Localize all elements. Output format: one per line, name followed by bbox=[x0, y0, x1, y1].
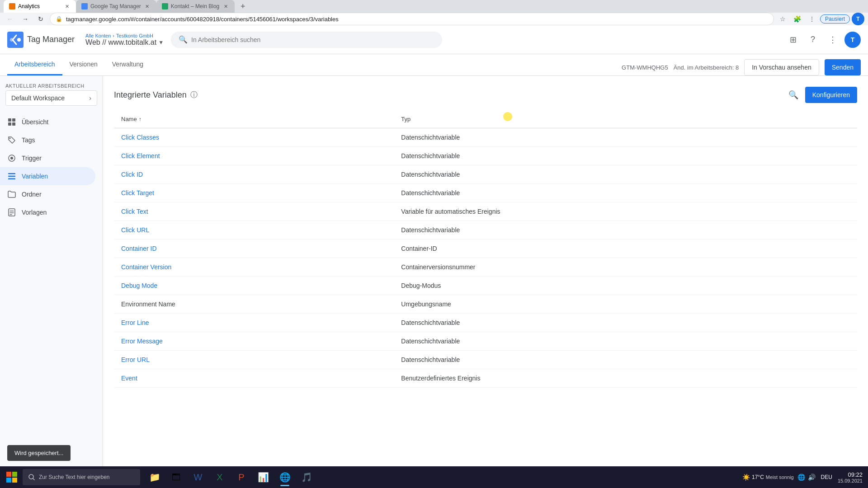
nav-item-verwaltung[interactable]: Verwaltung bbox=[105, 54, 151, 75]
tab-close-kontakt[interactable]: ✕ bbox=[222, 3, 229, 10]
table-row: Container IDContainer-ID bbox=[114, 239, 857, 258]
help-button[interactable]: ? bbox=[805, 32, 821, 48]
variable-type-cell: Datenschichtvariable bbox=[394, 351, 857, 369]
breadcrumb-all-accounts[interactable]: Alle Konten bbox=[85, 33, 111, 38]
save-notification: Wird gespeichert... bbox=[7, 445, 71, 461]
variable-type-cell: Variable für automatisches Ereignis bbox=[394, 202, 857, 221]
gtm-container-selector[interactable]: Web // www.tobitalk.at ▼ bbox=[85, 38, 164, 47]
excel-icon: X bbox=[217, 472, 222, 483]
submit-button[interactable]: Senden bbox=[825, 59, 861, 75]
taskbar-app-ms365[interactable]: 📊 bbox=[253, 467, 273, 487]
browser-tab-kontakt[interactable]: Kontakt – Mein Blog ✕ bbox=[156, 0, 235, 13]
variable-name-cell[interactable]: Error Message bbox=[114, 332, 394, 351]
table-row: Click ClassesDatenschichtvariable bbox=[114, 128, 857, 147]
tab-close-gtm[interactable]: ✕ bbox=[144, 3, 151, 10]
back-button[interactable]: ← bbox=[4, 13, 16, 25]
taskbar-app-taskview[interactable]: 🗔 bbox=[166, 467, 186, 487]
taskbar-status-icons: 🌐 🔊 bbox=[797, 474, 816, 481]
taskbar-clock: 09:22 15.09.2021 bbox=[838, 471, 863, 483]
variable-name-cell[interactable]: Container Version bbox=[114, 258, 394, 277]
search-variables-button[interactable]: 🔍 bbox=[785, 87, 802, 103]
taskbar-search-placeholder: Zur Suche Text hier eingeben bbox=[39, 474, 110, 480]
variable-name-cell[interactable]: Click ID bbox=[114, 165, 394, 184]
apps-button[interactable]: ⊞ bbox=[785, 32, 801, 48]
gtm-search: 🔍 bbox=[171, 32, 442, 48]
breadcrumb-account-name[interactable]: Testkonto GmbH bbox=[116, 33, 153, 38]
variable-name-cell[interactable]: Error URL bbox=[114, 351, 394, 369]
sidebar-item-label-variablen: Variablen bbox=[22, 173, 48, 180]
url-display: tagmanager.google.com/#/container/accoun… bbox=[66, 16, 768, 23]
user-avatar[interactable]: T bbox=[844, 32, 861, 48]
gtm-header: Tag Manager Alle Konten › Testkonto GmbH… bbox=[0, 25, 868, 54]
svg-rect-12 bbox=[8, 178, 15, 180]
variable-name-cell[interactable]: Click URL bbox=[114, 221, 394, 239]
variable-name-cell[interactable]: Click Element bbox=[114, 147, 394, 165]
more-button[interactable]: ⋮ bbox=[806, 13, 818, 25]
svg-rect-14 bbox=[6, 472, 11, 477]
table-row: EventBenutzerdefiniertes Ereignis bbox=[114, 369, 857, 388]
taskbar-app-excel[interactable]: X bbox=[210, 467, 230, 487]
more-options-button[interactable]: ⋮ bbox=[825, 32, 841, 48]
variables-table: Name ↑ Typ Click ClassesDatenschichtvari… bbox=[114, 110, 857, 388]
taskbar-app-powerpoint[interactable]: P bbox=[231, 467, 251, 487]
taskbar-app-explorer[interactable]: 📁 bbox=[145, 467, 165, 487]
sidebar-item-tags[interactable]: Tags bbox=[0, 131, 95, 149]
language-indicator[interactable]: DEU bbox=[819, 473, 834, 481]
toolbar-actions: ☆ 🧩 ⋮ Pausiert T bbox=[777, 13, 864, 25]
sidebar-item-variablen[interactable]: Variablen bbox=[0, 167, 95, 185]
section-header: Integrierte Variablen ⓘ 🔍 Konfigurieren bbox=[114, 87, 857, 103]
forward-button[interactable]: → bbox=[19, 13, 32, 25]
variable-name-cell[interactable]: Event bbox=[114, 369, 394, 388]
new-tab-button[interactable]: + bbox=[236, 0, 249, 13]
sidebar-item-ordner[interactable]: Ordner bbox=[0, 185, 95, 203]
sidebar-item-label-trigger: Trigger bbox=[22, 155, 42, 162]
profile-button[interactable]: T bbox=[852, 13, 864, 25]
table-row: Error LineDatenschichtvariable bbox=[114, 314, 857, 332]
extensions-button[interactable]: 🧩 bbox=[791, 13, 804, 25]
taskbar-search[interactable]: Zur Suche Text hier eingeben bbox=[23, 469, 140, 485]
taskview-icon: 🗔 bbox=[172, 472, 181, 483]
taskbar-app-word[interactable]: W bbox=[188, 467, 208, 487]
svg-rect-6 bbox=[12, 122, 15, 126]
pause-button[interactable]: Pausiert bbox=[820, 14, 850, 23]
variable-name-cell[interactable]: Error Line bbox=[114, 314, 394, 332]
search-input[interactable] bbox=[191, 36, 434, 43]
variable-name-cell[interactable]: Debug Mode bbox=[114, 277, 394, 295]
sidebar-item-ubersicht[interactable]: Übersicht bbox=[0, 113, 95, 131]
sidebar-item-vorlagen[interactable]: Vorlagen bbox=[0, 203, 95, 221]
tab-close-analytics[interactable]: ✕ bbox=[63, 3, 71, 10]
volume-icon[interactable]: 🔊 bbox=[808, 474, 816, 481]
browser-tab-analytics[interactable]: Analytics ✕ bbox=[4, 0, 76, 13]
network-icon[interactable]: 🌐 bbox=[797, 474, 805, 481]
svg-rect-10 bbox=[8, 173, 15, 174]
help-icon[interactable]: ⓘ bbox=[190, 90, 198, 100]
variable-name-cell[interactable]: Click Text bbox=[114, 202, 394, 221]
gtm-nav-right: GTM-WMHQHG5 Änd. im Arbeitsbereich: 8 In… bbox=[622, 59, 861, 75]
sidebar-item-trigger[interactable]: Trigger bbox=[0, 149, 95, 167]
nav-item-versionen[interactable]: Versionen bbox=[62, 54, 105, 75]
gtm-body: AKTUELLER ARBEITSBEREICH Default Workspa… bbox=[0, 76, 868, 466]
nav-item-arbeitsbereich[interactable]: Arbeitsbereich bbox=[7, 54, 62, 75]
svg-rect-17 bbox=[12, 478, 17, 483]
preview-button[interactable]: In Vorschau ansehen bbox=[744, 59, 819, 75]
taskbar-app-spotify[interactable]: 🎵 bbox=[297, 467, 316, 487]
variables-tbody: Click ClassesDatenschichtvariableClick E… bbox=[114, 128, 857, 388]
bookmark-button[interactable]: ☆ bbox=[777, 13, 789, 25]
vorlagen-icon bbox=[7, 208, 16, 217]
variable-name-cell[interactable]: Click Classes bbox=[114, 128, 394, 147]
browser-tab-gtm[interactable]: Google Tag Manager ✕ bbox=[76, 0, 156, 13]
reload-button[interactable]: ↻ bbox=[34, 13, 47, 25]
variable-name-cell[interactable]: Click Target bbox=[114, 184, 394, 202]
workspace-name-text: Default Workspace bbox=[11, 94, 65, 102]
sidebar-item-label-ordner: Ordner bbox=[22, 191, 42, 198]
workspace-name-selector[interactable]: Default Workspace › bbox=[5, 90, 97, 106]
address-bar[interactable]: 🔒 tagmanager.google.com/#/container/acco… bbox=[50, 13, 774, 25]
variable-name-cell[interactable]: Container ID bbox=[114, 239, 394, 258]
taskbar-app-chrome[interactable]: 🌐 bbox=[275, 467, 295, 487]
configure-button[interactable]: Konfigurieren bbox=[805, 87, 857, 103]
sort-icon: ↑ bbox=[139, 116, 142, 122]
start-button[interactable] bbox=[2, 467, 22, 487]
table-header: Name ↑ Typ bbox=[114, 110, 857, 128]
ordner-icon bbox=[7, 190, 16, 199]
tags-icon bbox=[7, 136, 16, 145]
